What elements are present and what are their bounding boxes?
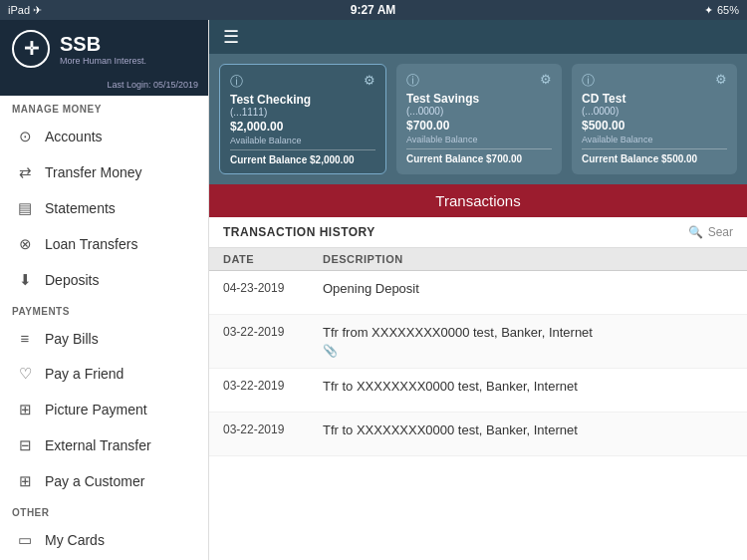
card-current-2: Current Balance $500.00 bbox=[582, 148, 727, 164]
accounts-icon: ⊙ bbox=[15, 128, 35, 145]
my-cards-icon: ▭ bbox=[15, 531, 35, 549]
pay-customer-label: Pay a Customer bbox=[45, 473, 144, 489]
transaction-row-3: 03-22-2019 Tfr to XXXXXXXX0000 test, Ban… bbox=[209, 413, 747, 456]
logo-icon: ✛ bbox=[12, 30, 50, 68]
pay-customer-icon: ⊞ bbox=[15, 472, 35, 490]
transaction-history-title: TRANSACTION HISTORY bbox=[223, 225, 375, 239]
transactions-header: Transactions bbox=[209, 184, 747, 217]
loan-transfers-label: Loan Transfers bbox=[45, 236, 137, 252]
accounts-label: Accounts bbox=[45, 129, 103, 144]
card-number-0: (...1111) bbox=[230, 107, 375, 118]
card-current-1: Current Balance $700.00 bbox=[406, 148, 552, 164]
tx-date-1: 03-22-2019 bbox=[223, 325, 323, 339]
statements-icon: ▤ bbox=[15, 199, 35, 217]
my-cards-label: My Cards bbox=[45, 532, 105, 548]
account-card-2[interactable]: ⓘ ⚙ CD Test (...0000) $500.00 Available … bbox=[572, 64, 737, 174]
external-transfer-icon: ⊟ bbox=[15, 436, 35, 454]
sidebar-section-header-manage-money: MANAGE MONEY bbox=[0, 96, 208, 119]
sidebar-item-accounts[interactable]: ⊙Accounts bbox=[0, 119, 208, 154]
status-left: iPad ✈ bbox=[8, 4, 42, 17]
account-cards: ⓘ ⚙ Test Checking (...1111) $2,000.00 Av… bbox=[209, 54, 747, 184]
card-avail-label-2: Available Balance bbox=[582, 135, 727, 144]
tx-desc-area-3: Tfr to XXXXXXXX0000 test, Banker, Intern… bbox=[323, 422, 733, 437]
account-card-0[interactable]: ⓘ ⚙ Test Checking (...1111) $2,000.00 Av… bbox=[219, 64, 386, 174]
transaction-list: 04-23-2019 Opening Deposit 03-22-2019 Tf… bbox=[209, 271, 747, 560]
sidebar-sections: MANAGE MONEY⊙Accounts⇄Transfer Money▤Sta… bbox=[0, 96, 208, 560]
sidebar-item-pay-friend[interactable]: ♡Pay a Friend bbox=[0, 356, 208, 392]
transaction-row-0: 04-23-2019 Opening Deposit bbox=[209, 271, 747, 315]
picture-payment-icon: ⊞ bbox=[15, 401, 35, 419]
card-avail-label-1: Available Balance bbox=[406, 135, 552, 144]
statements-label: Statements bbox=[45, 200, 116, 216]
sidebar-item-loan-transfers[interactable]: ⊗Loan Transfers bbox=[0, 226, 208, 262]
status-time: 9:27 AM bbox=[351, 3, 396, 17]
transaction-columns: DATE DESCRIPTION bbox=[209, 248, 747, 271]
last-login: Last Login: 05/15/2019 bbox=[0, 78, 208, 96]
card-balance-1: $700.00 bbox=[406, 119, 552, 133]
battery-icon: 65% bbox=[717, 4, 739, 16]
transaction-row-1: 03-22-2019 Tfr from XXXXXXXX0000 test, B… bbox=[209, 315, 747, 369]
info-icon-1[interactable]: ⓘ bbox=[406, 72, 419, 90]
card-name-0: Test Checking bbox=[230, 93, 375, 107]
info-icon-0[interactable]: ⓘ bbox=[230, 73, 243, 91]
sidebar-item-pay-customer[interactable]: ⊞Pay a Customer bbox=[0, 463, 208, 499]
main-content: ☰ ⓘ ⚙ Test Checking (...1111) $2,000.00 … bbox=[209, 20, 747, 560]
card-avail-label-0: Available Balance bbox=[230, 136, 375, 145]
info-icon-2[interactable]: ⓘ bbox=[582, 72, 595, 90]
search-area[interactable]: 🔍 Sear bbox=[688, 225, 733, 239]
card-balance-0: $2,000.00 bbox=[230, 120, 375, 134]
external-transfer-label: External Transfer bbox=[45, 437, 151, 453]
tx-desc-area-0: Opening Deposit bbox=[323, 281, 733, 296]
brand-tagline: More Human Interest. bbox=[60, 56, 146, 66]
tx-desc-area-1: Tfr from XXXXXXXX0000 test, Banker, Inte… bbox=[323, 325, 733, 358]
card-name-2: CD Test bbox=[582, 92, 727, 106]
deposits-label: Deposits bbox=[45, 272, 99, 288]
sidebar-section-header-other: OTHER bbox=[0, 499, 208, 522]
tx-description-0: Opening Deposit bbox=[323, 281, 733, 296]
tx-date-2: 03-22-2019 bbox=[223, 379, 323, 393]
tx-date-3: 03-22-2019 bbox=[223, 422, 323, 436]
sidebar-item-transfer-money[interactable]: ⇄Transfer Money bbox=[0, 154, 208, 190]
tx-description-2: Tfr to XXXXXXXX0000 test, Banker, Intern… bbox=[323, 379, 733, 394]
sidebar-item-pay-bills[interactable]: ≡Pay Bills bbox=[0, 321, 208, 356]
card-name-1: Test Savings bbox=[406, 92, 552, 106]
sidebar-item-statements[interactable]: ▤Statements bbox=[0, 190, 208, 226]
pay-bills-icon: ≡ bbox=[15, 330, 35, 347]
search-icon: 🔍 bbox=[688, 225, 703, 239]
card-number-1: (...0000) bbox=[406, 106, 552, 117]
transaction-subheader: TRANSACTION HISTORY 🔍 Sear bbox=[209, 217, 747, 248]
sidebar-logo: ✛ SSB More Human Interest. bbox=[0, 20, 208, 78]
card-balance-2: $500.00 bbox=[582, 119, 727, 133]
gear-icon-1[interactable]: ⚙ bbox=[540, 72, 552, 87]
account-card-1[interactable]: ⓘ ⚙ Test Savings (...0000) $700.00 Avail… bbox=[396, 64, 562, 174]
transfer-money-label: Transfer Money bbox=[45, 164, 142, 180]
hamburger-icon[interactable]: ☰ bbox=[223, 26, 239, 48]
loan-transfers-icon: ⊗ bbox=[15, 235, 35, 253]
card-current-0: Current Balance $2,000.00 bbox=[230, 149, 375, 165]
top-bar: ☰ bbox=[209, 20, 747, 54]
sidebar-item-picture-payment[interactable]: ⊞Picture Payment bbox=[0, 392, 208, 427]
pay-friend-label: Pay a Friend bbox=[45, 366, 124, 382]
sidebar: ✛ SSB More Human Interest. Last Login: 0… bbox=[0, 20, 209, 560]
sidebar-item-deposits[interactable]: ⬇Deposits bbox=[0, 262, 208, 298]
sidebar-item-my-cards[interactable]: ▭My Cards bbox=[0, 522, 208, 558]
status-bar: iPad ✈ 9:27 AM ✦ 65% bbox=[0, 0, 747, 20]
description-column-header: DESCRIPTION bbox=[323, 253, 733, 265]
tx-description-1: Tfr from XXXXXXXX0000 test, Banker, Inte… bbox=[323, 325, 733, 340]
pay-bills-label: Pay Bills bbox=[45, 331, 99, 347]
date-column-header: DATE bbox=[223, 253, 323, 265]
deposits-icon: ⬇ bbox=[15, 271, 35, 289]
gear-icon-2[interactable]: ⚙ bbox=[715, 72, 727, 87]
transaction-row-2: 03-22-2019 Tfr to XXXXXXXX0000 test, Ban… bbox=[209, 369, 747, 413]
ipad-label: iPad ✈ bbox=[8, 4, 42, 17]
gear-icon-0[interactable]: ⚙ bbox=[364, 73, 375, 88]
status-right: ✦ 65% bbox=[704, 4, 739, 17]
card-number-2: (...0000) bbox=[582, 106, 727, 117]
logo-text: SSB More Human Interest. bbox=[60, 33, 146, 66]
search-label: Sear bbox=[708, 225, 733, 239]
sidebar-section-header-payments: PAYMENTS bbox=[0, 298, 208, 321]
bluetooth-icon: ✦ bbox=[704, 4, 713, 17]
tx-desc-area-2: Tfr to XXXXXXXX0000 test, Banker, Intern… bbox=[323, 379, 733, 394]
tx-attach-icon-1: 📎 bbox=[323, 344, 733, 358]
sidebar-item-external-transfer[interactable]: ⊟External Transfer bbox=[0, 427, 208, 463]
